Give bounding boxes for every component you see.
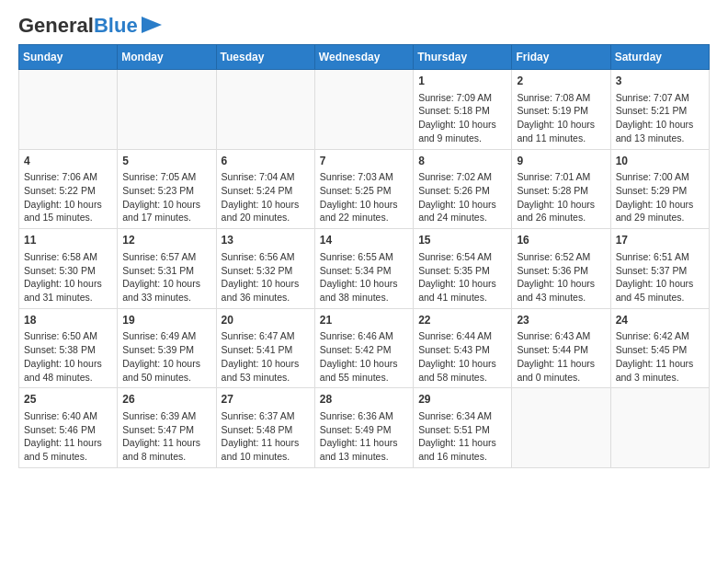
day-info: Sunrise: 6:57 AMSunset: 5:31 PMDaylight:… <box>122 250 210 304</box>
day-number: 10 <box>616 154 704 169</box>
logo-text: GeneralBlue <box>18 16 138 36</box>
day-number: 19 <box>122 313 210 328</box>
weekday-header-wednesday: Wednesday <box>314 45 413 70</box>
calendar-cell: 10Sunrise: 7:00 AMSunset: 5:29 PMDayligh… <box>610 149 709 229</box>
day-number: 25 <box>24 392 112 408</box>
day-number: 21 <box>320 313 408 328</box>
calendar-cell: 21Sunrise: 6:46 AMSunset: 5:42 PMDayligh… <box>314 308 413 388</box>
day-info: Sunrise: 6:58 AMSunset: 5:30 PMDaylight:… <box>24 250 112 304</box>
day-info: Sunrise: 6:47 AMSunset: 5:41 PMDaylight:… <box>222 329 310 384</box>
day-number: 13 <box>222 233 310 248</box>
day-info: Sunrise: 7:07 AMSunset: 5:21 PMDaylight:… <box>616 91 704 145</box>
week-row-3: 11Sunrise: 6:58 AMSunset: 5:30 PMDayligh… <box>19 229 710 309</box>
day-number: 14 <box>320 233 408 248</box>
day-info: Sunrise: 7:00 AMSunset: 5:29 PMDaylight:… <box>616 170 704 224</box>
calendar-cell: 19Sunrise: 6:49 AMSunset: 5:39 PMDayligh… <box>118 308 216 388</box>
day-number: 28 <box>320 392 408 408</box>
day-info: Sunrise: 7:03 AMSunset: 5:25 PMDaylight:… <box>320 170 408 224</box>
calendar-cell <box>512 388 610 468</box>
weekday-header-tuesday: Tuesday <box>216 45 314 70</box>
day-number: 4 <box>24 154 112 169</box>
week-row-1: 1Sunrise: 7:09 AMSunset: 5:18 PMDaylight… <box>19 70 710 150</box>
calendar-cell: 6Sunrise: 7:04 AMSunset: 5:24 PMDaylight… <box>216 149 314 229</box>
day-info: Sunrise: 7:02 AMSunset: 5:26 PMDaylight:… <box>418 170 506 224</box>
calendar-cell: 14Sunrise: 6:55 AMSunset: 5:34 PMDayligh… <box>314 229 413 309</box>
calendar-cell: 28Sunrise: 6:36 AMSunset: 5:49 PMDayligh… <box>314 388 413 468</box>
day-number: 6 <box>222 154 310 169</box>
day-info: Sunrise: 7:04 AMSunset: 5:24 PMDaylight:… <box>222 170 310 224</box>
header: GeneralBlue <box>18 15 710 37</box>
day-number: 11 <box>24 233 112 248</box>
calendar-cell: 24Sunrise: 6:42 AMSunset: 5:45 PMDayligh… <box>610 308 709 388</box>
day-number: 26 <box>122 392 210 408</box>
calendar-cell: 20Sunrise: 6:47 AMSunset: 5:41 PMDayligh… <box>216 308 314 388</box>
day-info: Sunrise: 7:08 AMSunset: 5:19 PMDaylight:… <box>517 91 605 145</box>
calendar-cell <box>610 388 709 468</box>
day-number: 8 <box>418 154 506 169</box>
day-number: 1 <box>418 74 506 89</box>
day-info: Sunrise: 6:37 AMSunset: 5:48 PMDaylight:… <box>222 409 310 464</box>
svg-marker-0 <box>142 17 162 33</box>
day-info: Sunrise: 6:34 AMSunset: 5:51 PMDaylight:… <box>418 409 506 464</box>
day-info: Sunrise: 6:44 AMSunset: 5:43 PMDaylight:… <box>418 329 506 384</box>
calendar-cell: 15Sunrise: 6:54 AMSunset: 5:35 PMDayligh… <box>414 229 512 309</box>
calendar-cell: 13Sunrise: 6:56 AMSunset: 5:32 PMDayligh… <box>216 229 314 309</box>
day-info: Sunrise: 6:36 AMSunset: 5:49 PMDaylight:… <box>320 409 408 464</box>
calendar-cell: 23Sunrise: 6:43 AMSunset: 5:44 PMDayligh… <box>512 308 610 388</box>
day-info: Sunrise: 6:49 AMSunset: 5:39 PMDaylight:… <box>122 329 210 384</box>
calendar: SundayMondayTuesdayWednesdayThursdayFrid… <box>18 44 710 468</box>
weekday-header-friday: Friday <box>512 45 610 70</box>
calendar-cell: 9Sunrise: 7:01 AMSunset: 5:28 PMDaylight… <box>512 149 610 229</box>
calendar-cell: 3Sunrise: 7:07 AMSunset: 5:21 PMDaylight… <box>610 70 709 150</box>
calendar-cell: 8Sunrise: 7:02 AMSunset: 5:26 PMDaylight… <box>414 149 512 229</box>
weekday-header-row: SundayMondayTuesdayWednesdayThursdayFrid… <box>19 45 710 70</box>
day-number: 2 <box>517 74 605 89</box>
weekday-header-thursday: Thursday <box>414 45 512 70</box>
day-info: Sunrise: 7:05 AMSunset: 5:23 PMDaylight:… <box>122 170 210 224</box>
day-info: Sunrise: 6:40 AMSunset: 5:46 PMDaylight:… <box>24 409 112 464</box>
day-number: 7 <box>320 154 408 169</box>
day-info: Sunrise: 7:01 AMSunset: 5:28 PMDaylight:… <box>517 170 605 224</box>
day-number: 16 <box>517 233 605 248</box>
calendar-cell <box>314 70 413 150</box>
week-row-2: 4Sunrise: 7:06 AMSunset: 5:22 PMDaylight… <box>19 149 710 229</box>
logo: GeneralBlue <box>18 15 162 37</box>
day-info: Sunrise: 6:39 AMSunset: 5:47 PMDaylight:… <box>122 409 210 464</box>
day-info: Sunrise: 6:43 AMSunset: 5:44 PMDaylight:… <box>517 329 605 384</box>
day-info: Sunrise: 7:06 AMSunset: 5:22 PMDaylight:… <box>24 170 112 224</box>
calendar-cell: 12Sunrise: 6:57 AMSunset: 5:31 PMDayligh… <box>118 229 216 309</box>
calendar-cell: 18Sunrise: 6:50 AMSunset: 5:38 PMDayligh… <box>19 308 118 388</box>
day-number: 5 <box>122 154 210 169</box>
day-number: 24 <box>616 313 704 328</box>
calendar-cell: 2Sunrise: 7:08 AMSunset: 5:19 PMDaylight… <box>512 70 610 150</box>
day-info: Sunrise: 6:52 AMSunset: 5:36 PMDaylight:… <box>517 250 605 304</box>
calendar-cell: 25Sunrise: 6:40 AMSunset: 5:46 PMDayligh… <box>19 388 118 468</box>
calendar-cell: 4Sunrise: 7:06 AMSunset: 5:22 PMDaylight… <box>19 149 118 229</box>
day-number: 27 <box>222 392 310 408</box>
calendar-cell: 16Sunrise: 6:52 AMSunset: 5:36 PMDayligh… <box>512 229 610 309</box>
day-info: Sunrise: 6:56 AMSunset: 5:32 PMDaylight:… <box>222 250 310 304</box>
calendar-cell: 27Sunrise: 6:37 AMSunset: 5:48 PMDayligh… <box>216 388 314 468</box>
calendar-cell: 26Sunrise: 6:39 AMSunset: 5:47 PMDayligh… <box>118 388 216 468</box>
day-number: 3 <box>616 74 704 89</box>
logo-arrow-icon <box>142 17 162 33</box>
calendar-cell: 29Sunrise: 6:34 AMSunset: 5:51 PMDayligh… <box>414 388 512 468</box>
day-info: Sunrise: 6:50 AMSunset: 5:38 PMDaylight:… <box>24 329 112 384</box>
day-number: 23 <box>517 313 605 328</box>
day-number: 12 <box>122 233 210 248</box>
day-info: Sunrise: 6:55 AMSunset: 5:34 PMDaylight:… <box>320 250 408 304</box>
day-number: 9 <box>517 154 605 169</box>
day-info: Sunrise: 6:42 AMSunset: 5:45 PMDaylight:… <box>616 329 704 384</box>
day-info: Sunrise: 6:46 AMSunset: 5:42 PMDaylight:… <box>320 329 408 384</box>
calendar-cell <box>118 70 216 150</box>
day-number: 17 <box>616 233 704 248</box>
week-row-4: 18Sunrise: 6:50 AMSunset: 5:38 PMDayligh… <box>19 308 710 388</box>
calendar-cell: 22Sunrise: 6:44 AMSunset: 5:43 PMDayligh… <box>414 308 512 388</box>
calendar-cell: 11Sunrise: 6:58 AMSunset: 5:30 PMDayligh… <box>19 229 118 309</box>
day-number: 20 <box>222 313 310 328</box>
calendar-cell <box>19 70 118 150</box>
weekday-header-monday: Monday <box>118 45 216 70</box>
day-number: 18 <box>24 313 112 328</box>
day-number: 22 <box>418 313 506 328</box>
calendar-cell: 17Sunrise: 6:51 AMSunset: 5:37 PMDayligh… <box>610 229 709 309</box>
